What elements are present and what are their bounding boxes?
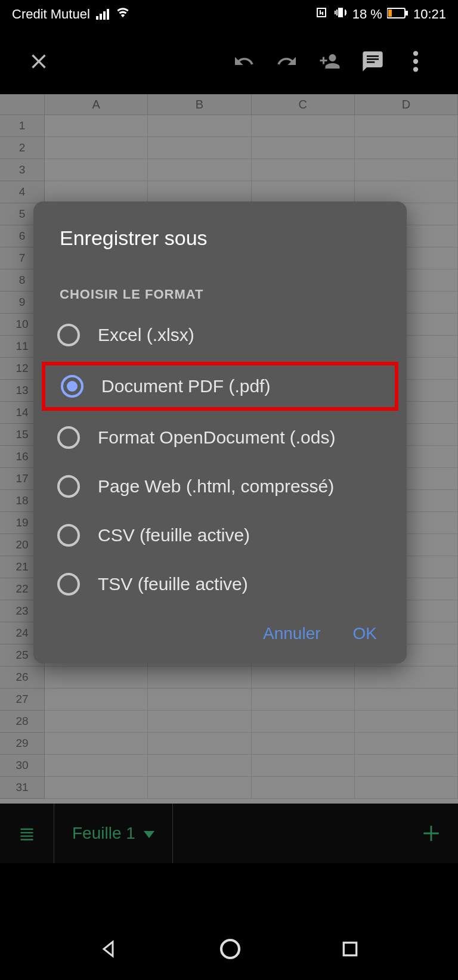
- cell[interactable]: [252, 159, 355, 181]
- cell[interactable]: [45, 777, 148, 799]
- format-option-html[interactable]: Page Web (.html, compressé): [33, 462, 407, 511]
- cell[interactable]: [148, 711, 251, 733]
- option-label: CSV (feuille active): [98, 525, 250, 545]
- cell[interactable]: [355, 159, 458, 181]
- format-option-xlsx[interactable]: Excel (.xlsx): [33, 311, 407, 359]
- row-header[interactable]: 3: [0, 159, 45, 181]
- cell[interactable]: [252, 181, 355, 203]
- undo-button[interactable]: [222, 51, 265, 72]
- cell[interactable]: [45, 689, 148, 711]
- add-sheet-button[interactable]: [404, 823, 458, 843]
- row-header[interactable]: 28: [0, 711, 45, 733]
- close-button[interactable]: [27, 49, 51, 73]
- row-header[interactable]: 31: [0, 777, 45, 799]
- nfc-icon: [314, 5, 329, 23]
- cell[interactable]: [252, 755, 355, 777]
- row-header[interactable]: 27: [0, 689, 45, 711]
- ok-button[interactable]: OK: [353, 624, 377, 643]
- home-button[interactable]: [218, 937, 242, 963]
- cell[interactable]: [45, 159, 148, 181]
- option-label: TSV (feuille active): [98, 574, 248, 594]
- column-header[interactable]: D: [355, 94, 458, 115]
- cell[interactable]: [252, 115, 355, 137]
- column-headers[interactable]: ABCD: [45, 94, 458, 115]
- cell[interactable]: [148, 689, 251, 711]
- column-header[interactable]: A: [45, 94, 148, 115]
- svg-point-6: [221, 940, 239, 958]
- cell[interactable]: [148, 159, 251, 181]
- cell[interactable]: [148, 733, 251, 755]
- format-option-ods[interactable]: Format OpenDocument (.ods): [33, 413, 407, 462]
- format-option-pdf[interactable]: Document PDF (.pdf): [42, 362, 398, 411]
- row-header[interactable]: 29: [0, 733, 45, 755]
- cell[interactable]: [148, 777, 251, 799]
- cell[interactable]: [252, 689, 355, 711]
- cell[interactable]: [252, 666, 355, 689]
- editor-toolbar: [0, 29, 458, 94]
- cell[interactable]: [45, 181, 148, 203]
- cell[interactable]: [148, 755, 251, 777]
- cell[interactable]: [355, 777, 458, 799]
- row-header[interactable]: 1: [0, 115, 45, 137]
- row-header[interactable]: 30: [0, 755, 45, 777]
- radio-icon: [57, 475, 80, 498]
- svg-point-4: [413, 59, 418, 64]
- radio-icon: [57, 524, 80, 547]
- battery-percent: 18 %: [352, 7, 382, 22]
- clock: 10:21: [413, 7, 446, 22]
- redo-button[interactable]: [265, 51, 308, 72]
- cell[interactable]: [45, 711, 148, 733]
- cell[interactable]: [355, 711, 458, 733]
- cell[interactable]: [148, 115, 251, 137]
- cell[interactable]: [45, 115, 148, 137]
- format-option-tsv[interactable]: TSV (feuille active): [33, 560, 407, 609]
- cell[interactable]: [252, 733, 355, 755]
- cell[interactable]: [355, 755, 458, 777]
- sheet-tab-bar: Feuille 1: [0, 804, 458, 863]
- cell[interactable]: [148, 181, 251, 203]
- cell[interactable]: [252, 137, 355, 159]
- option-label: Excel (.xlsx): [98, 325, 194, 345]
- column-header[interactable]: C: [252, 94, 355, 115]
- dialog-subtitle: CHOISIR LE FORMAT: [33, 266, 407, 311]
- save-as-dialog: Enregistrer sous CHOISIR LE FORMAT Excel…: [33, 201, 407, 663]
- back-button[interactable]: [98, 938, 120, 962]
- cell[interactable]: [355, 689, 458, 711]
- svg-point-5: [413, 67, 418, 72]
- sheet-tab-active[interactable]: Feuille 1: [54, 804, 173, 863]
- status-bar: Credit Mutuel 18 % 10:21: [0, 0, 458, 29]
- cell[interactable]: [45, 137, 148, 159]
- cancel-button[interactable]: Annuler: [263, 624, 321, 643]
- row-header[interactable]: 4: [0, 181, 45, 203]
- svg-rect-7: [344, 942, 356, 955]
- chevron-down-icon: [144, 824, 154, 843]
- cell[interactable]: [148, 666, 251, 689]
- cell[interactable]: [45, 755, 148, 777]
- radio-icon: [61, 375, 83, 398]
- dialog-title: Enregistrer sous: [33, 201, 407, 266]
- grid-corner[interactable]: [0, 94, 45, 115]
- cell[interactable]: [252, 777, 355, 799]
- cell[interactable]: [45, 733, 148, 755]
- sheets-menu-button[interactable]: [0, 825, 54, 842]
- row-header[interactable]: 26: [0, 666, 45, 689]
- comment-button[interactable]: [351, 49, 394, 73]
- cell[interactable]: [355, 666, 458, 689]
- svg-rect-1: [406, 11, 408, 15]
- format-option-csv[interactable]: CSV (feuille active): [33, 511, 407, 560]
- cell[interactable]: [45, 666, 148, 689]
- column-header[interactable]: B: [148, 94, 251, 115]
- cell[interactable]: [355, 137, 458, 159]
- cell[interactable]: [148, 137, 251, 159]
- radio-icon: [57, 324, 80, 346]
- recents-button[interactable]: [341, 939, 360, 961]
- more-button[interactable]: [394, 49, 437, 73]
- cell[interactable]: [355, 733, 458, 755]
- cell[interactable]: [252, 711, 355, 733]
- svg-rect-2: [388, 10, 392, 17]
- row-header[interactable]: 2: [0, 137, 45, 159]
- add-person-button[interactable]: [308, 51, 351, 72]
- option-label: Page Web (.html, compressé): [98, 476, 334, 497]
- cell[interactable]: [355, 181, 458, 203]
- cell[interactable]: [355, 115, 458, 137]
